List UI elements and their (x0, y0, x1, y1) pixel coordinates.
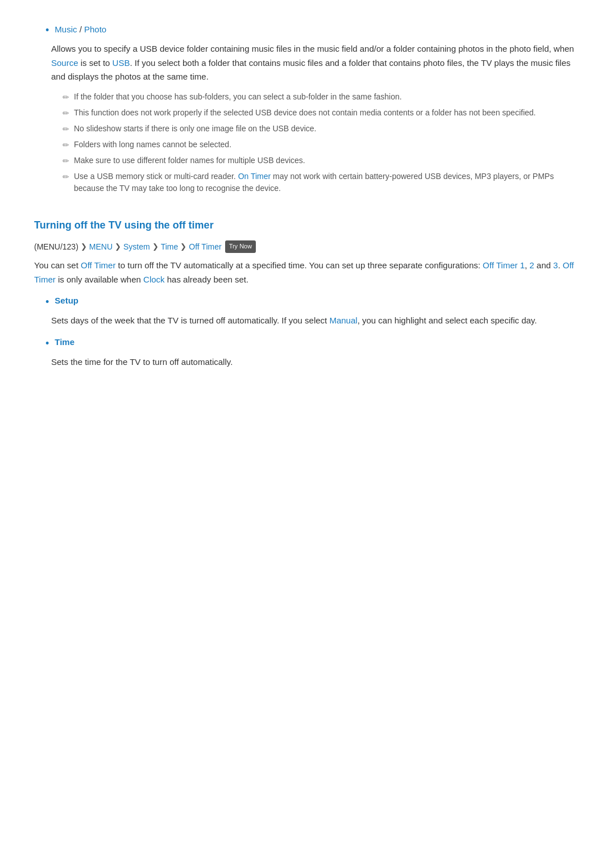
music-photo-label: Music / Photo (55, 23, 106, 36)
desc-text-2: is set to (78, 58, 113, 68)
breadcrumb-menu-link[interactable]: MENU (89, 240, 113, 253)
separator: / (80, 24, 84, 34)
note-item-6: ✏ Use a USB memory stick or multi-card r… (63, 171, 580, 194)
setup-desc-suffix: , you can highlight and select each spec… (358, 315, 537, 325)
music-photo-section: • Music / Photo Allows you to specify a … (34, 23, 580, 194)
clock-link[interactable]: Clock (143, 275, 165, 284)
note-item-2: ✏ This function does not work properly i… (63, 107, 580, 119)
chevron-2: ❯ (115, 241, 121, 253)
setup-bullet: • Setup (34, 294, 580, 310)
avail-text: is only available when (56, 275, 143, 284)
note-text-3: No slideshow starts if there is only one… (74, 123, 316, 135)
breadcrumb-system-link[interactable]: System (123, 240, 150, 253)
setup-description: Sets days of the week that the TV is tur… (51, 314, 580, 328)
chevron-3: ❯ (152, 241, 159, 253)
source-link[interactable]: Source (51, 58, 78, 68)
off-timer-link-1[interactable]: Off Timer (81, 260, 115, 270)
off-timer-1-link[interactable]: Off Timer 1 (483, 260, 525, 270)
note-item-5: ✏ Make sure to use different folder name… (63, 155, 580, 167)
note-text-1: If the folder that you choose has sub-fo… (74, 91, 402, 103)
music-photo-description: Allows you to specify a USB device folde… (51, 42, 580, 194)
and-text: and (534, 260, 553, 270)
note-icon-6: ✏ (63, 171, 69, 183)
body-mid: to turn off the TV automatically at a sp… (115, 260, 483, 270)
note-text-5: Make sure to use different folder names … (74, 155, 305, 167)
note-text-4: Folders with long names cannot be select… (74, 139, 231, 151)
note-item-1: ✏ If the folder that you choose has sub-… (63, 91, 580, 103)
time-label[interactable]: Time (55, 335, 74, 349)
note-item-3: ✏ No slideshow starts if there is only o… (63, 123, 580, 135)
end-text: has already been set. (165, 275, 249, 284)
breadcrumb-offtimer-link[interactable]: Off Timer (189, 240, 221, 253)
note-icon-5: ✏ (63, 155, 69, 167)
desc-text-3: . If you select both a folder that conta… (51, 58, 571, 82)
chevron-1: ❯ (81, 241, 87, 253)
time-bullet: • Time (34, 335, 580, 352)
body-prefix: You can set (34, 260, 81, 270)
note-text-2: This function does not work properly if … (74, 107, 536, 119)
music-photo-body: Allows you to specify a USB device folde… (51, 42, 580, 84)
manual-link[interactable]: Manual (329, 315, 357, 325)
note-text-6: Use a USB memory stick or multi-card rea… (74, 171, 580, 194)
off-timer-heading: Turning off the TV using the off timer (34, 217, 580, 234)
usb-link[interactable]: USB (113, 58, 130, 68)
off-timer-section: Turning off the TV using the off timer (… (34, 217, 580, 369)
note-icon-2: ✏ (63, 107, 69, 119)
time-desc: Sets the time for the TV to turn off aut… (51, 357, 233, 367)
setup-desc-prefix: Sets days of the week that the TV is tur… (51, 315, 329, 325)
music-photo-bullet: • Music / Photo (34, 23, 580, 39)
notes-list: ✏ If the folder that you choose has sub-… (63, 91, 580, 194)
music-link[interactable]: Music (55, 24, 77, 34)
note-item-4: ✏ Folders with long names cannot be sele… (63, 139, 580, 151)
photo-link[interactable]: Photo (84, 24, 106, 34)
on-timer-link[interactable]: On Timer (238, 172, 271, 181)
try-now-badge[interactable]: Try Now (225, 240, 256, 253)
setup-label[interactable]: Setup (55, 294, 78, 308)
chevron-4: ❯ (180, 241, 186, 253)
time-description: Sets the time for the TV to turn off aut… (51, 355, 580, 369)
breadcrumb-part1: (MENU/123) (34, 240, 78, 253)
note-icon-3: ✏ (63, 123, 69, 135)
breadcrumb: (MENU/123) ❯ MENU ❯ System ❯ Time ❯ Off … (34, 240, 580, 253)
desc-text-1: Allows you to specify a USB device folde… (51, 44, 574, 53)
breadcrumb-time-link[interactable]: Time (161, 240, 179, 253)
note-icon-4: ✏ (63, 139, 69, 151)
note-icon-1: ✏ (63, 92, 69, 103)
time-bullet-dot: • (45, 335, 49, 352)
off-timer-body: You can set Off Timer to turn off the TV… (34, 259, 580, 287)
period-text: . (558, 260, 562, 270)
bullet-dot: • (45, 22, 49, 39)
off-timer-2-link[interactable]: 2 (529, 260, 534, 270)
setup-bullet-dot: • (45, 294, 49, 310)
